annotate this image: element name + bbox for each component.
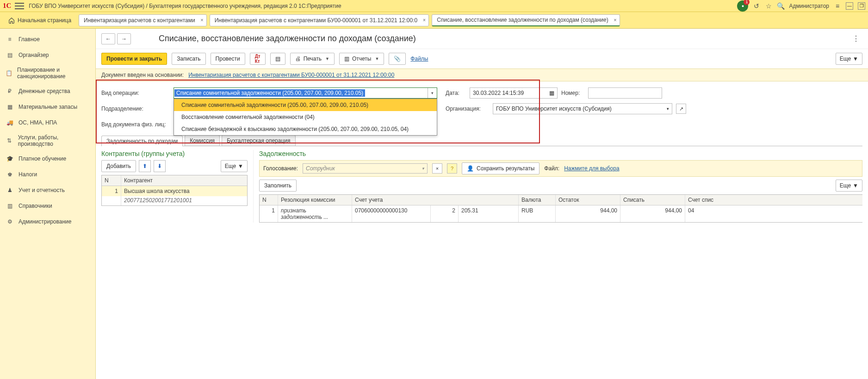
number-field[interactable] — [588, 87, 662, 99]
sidebar-item-organizer[interactable]: ▤Органайзер — [0, 47, 95, 63]
nav-forward-button[interactable]: → — [117, 33, 131, 44]
indiv-doc-label: Вид документа физ. лиц: — [101, 121, 170, 128]
sidebar-label: Услуги, работы, производство — [18, 134, 90, 147]
base-doc-link[interactable]: Инвентаризация расчетов с контрагентами … — [188, 72, 394, 78]
col-account[interactable]: Счет учета — [352, 195, 519, 205]
files-link[interactable]: Файлы — [410, 56, 428, 62]
number-label: Номер: — [561, 90, 584, 96]
tab-inventory-list[interactable]: Инвентаризация расчетов с контрагентами … — [79, 14, 207, 26]
voting-employee-field[interactable]: Сотрудник ▾ — [303, 163, 428, 174]
window-title: ГОБУ ВПО Университет искусств (Субсидия)… — [29, 3, 737, 9]
cell-resolution: признать задолженность ... — [278, 205, 352, 222]
save-results-button[interactable]: 👤Сохранить результаты — [462, 162, 539, 174]
tab-writeoff[interactable]: Списание, восстановление задолженности п… — [432, 14, 620, 26]
reports-button[interactable]: ▥Отчеты▼ — [339, 53, 384, 65]
menu-icon[interactable] — [15, 3, 24, 9]
history-icon[interactable]: ↺ — [753, 2, 760, 10]
more-button[interactable]: Еще▼ — [836, 53, 862, 65]
sidebar-item-assets[interactable]: 🚚ОС, НМА, НПА — [0, 115, 95, 130]
more-button[interactable]: Еще▼ — [836, 180, 862, 192]
cell-n: 1 — [260, 205, 278, 222]
col-n[interactable]: N — [260, 195, 278, 205]
form-button[interactable]: ▤ — [270, 53, 285, 65]
file-choose-link[interactable]: Нажмите для выбора — [564, 165, 619, 172]
chart-icon: ▥ — [344, 56, 349, 62]
tab-accounting[interactable]: Бухгалтерская операция — [222, 135, 295, 146]
tab-inventory-doc[interactable]: Инвентаризация расчетов с контрагентами … — [210, 14, 429, 26]
operation-type-field[interactable]: Списание сомнительной задолженности (205… — [174, 87, 437, 99]
attach-button[interactable]: 📎 — [389, 53, 406, 65]
placeholder-text: Сотрудник — [306, 165, 335, 172]
operation-type-label: Вид операции: — [101, 90, 170, 96]
sidebar-item-refs[interactable]: ▥Справочники — [0, 198, 95, 214]
close-icon[interactable]: × — [614, 17, 616, 23]
col-remainder[interactable]: Остаток — [556, 195, 620, 205]
minimize-button[interactable]: — — [846, 2, 853, 10]
close-icon[interactable]: × — [200, 17, 203, 23]
col-writeoff[interactable]: Списать — [620, 195, 685, 205]
move-down-button[interactable]: ⬇ — [154, 160, 166, 172]
calendar-icon[interactable]: ▦ — [549, 90, 554, 96]
table-row[interactable]: 1 признать задолженность ... 07060000000… — [260, 205, 862, 222]
favorite-icon[interactable] — [134, 33, 141, 44]
button-label: Отчеты — [352, 56, 371, 62]
add-button[interactable]: Добавить — [101, 160, 136, 172]
search-icon[interactable]: 🔍 — [777, 2, 784, 10]
paperclip-icon: 📎 — [394, 56, 401, 62]
more-button[interactable]: Еще▼ — [221, 160, 248, 172]
sidebar-item-services[interactable]: ⇅Услуги, работы, производство — [0, 130, 95, 151]
organization-field[interactable]: ГОБУ ВПО Университет искусств (Субсидия)… — [493, 103, 672, 114]
dropdown-item[interactable]: Списание сомнительной задолженности (205… — [174, 99, 437, 111]
dropdown-item[interactable]: Восстановление сомнительной задолженност… — [174, 111, 437, 123]
home-tab[interactable]: Начальная страница — [4, 12, 76, 28]
ext-open-button[interactable]: ↗ — [676, 104, 686, 114]
sidebar-item-taxes[interactable]: ♚Налоги — [0, 167, 95, 182]
sidebar-item-reporting[interactable]: ♟Учет и отчетность — [0, 182, 95, 198]
notification-badge[interactable]: ● 1 — [737, 0, 748, 12]
col-resolution[interactable]: Резолюция комиссии — [278, 195, 352, 205]
star-icon[interactable]: ☆ — [765, 2, 772, 10]
tab-commission[interactable]: Комиссия — [185, 135, 220, 146]
restore-button[interactable]: ❐ — [858, 2, 865, 10]
sidebar-item-planning[interactable]: 📋Планирование и санкционирование — [0, 63, 95, 83]
help-button[interactable]: ? — [447, 163, 457, 174]
move-up-button[interactable]: ⬆ — [139, 160, 151, 172]
settings-icon[interactable]: ≡ — [834, 2, 841, 10]
sidebar-item-money[interactable]: ₽Денежные средства — [0, 83, 95, 99]
dtkt-button[interactable]: ДтКт — [250, 53, 266, 65]
user-name[interactable]: Администратор — [789, 3, 829, 9]
sidebar-item-education[interactable]: 🎓Платное обучение — [0, 151, 95, 167]
save-button[interactable]: Записать — [172, 53, 205, 65]
button-label: Печать — [304, 56, 322, 62]
sidebar-item-admin[interactable]: ⚙Администрирование — [0, 214, 95, 230]
col-n[interactable]: N — [102, 175, 121, 186]
cell-writeoff-account: 04 — [685, 205, 718, 222]
date-field[interactable]: 30.03.2022 14:15:39 ▦ — [470, 87, 558, 99]
debt-table: N Резолюция комиссии Счет учета Валюта О… — [259, 194, 862, 223]
fill-button[interactable]: Заполнить — [259, 180, 297, 192]
sidebar-item-stock[interactable]: ▦Материальные запасы — [0, 99, 95, 115]
nav-back-button[interactable]: ← — [101, 33, 115, 44]
table-row[interactable]: 1 Высшая школа искусства — [102, 186, 247, 196]
button-label: Провести — [216, 56, 240, 62]
person-icon: 👤 — [467, 165, 474, 172]
tax-icon: ♚ — [6, 170, 14, 179]
kebab-icon[interactable]: ⋮ — [849, 34, 862, 43]
col-currency[interactable]: Валюта — [519, 195, 556, 205]
sidebar-label: Налоги — [19, 171, 37, 178]
dropdown-icon[interactable]: ▾ — [428, 88, 437, 98]
dropdown-item[interactable]: Списание безнадежной к взысканию задолже… — [174, 123, 437, 135]
tab-debt[interactable]: Задолженность по доходам — [101, 136, 183, 146]
clear-button[interactable]: × — [432, 163, 442, 174]
info-label: Документ введен на основании: — [101, 72, 184, 78]
sidebar-item-main[interactable]: ≡Главное — [0, 31, 95, 47]
print-button[interactable]: 🖨Печать▼ — [290, 53, 335, 65]
col-counterparty[interactable]: Контрагент — [121, 175, 247, 186]
chevron-down-icon[interactable]: ▾ — [667, 106, 669, 111]
counterparties-table: N Контрагент 1 Высшая школа искусства 20… — [101, 175, 248, 206]
close-icon[interactable]: × — [423, 17, 426, 23]
col-writeoff-account[interactable]: Счет спис — [685, 195, 718, 205]
post-button[interactable]: Провести — [211, 53, 245, 65]
post-and-close-button[interactable]: Провести и закрыть — [101, 53, 167, 65]
chevron-down-icon[interactable]: ▾ — [422, 166, 424, 171]
